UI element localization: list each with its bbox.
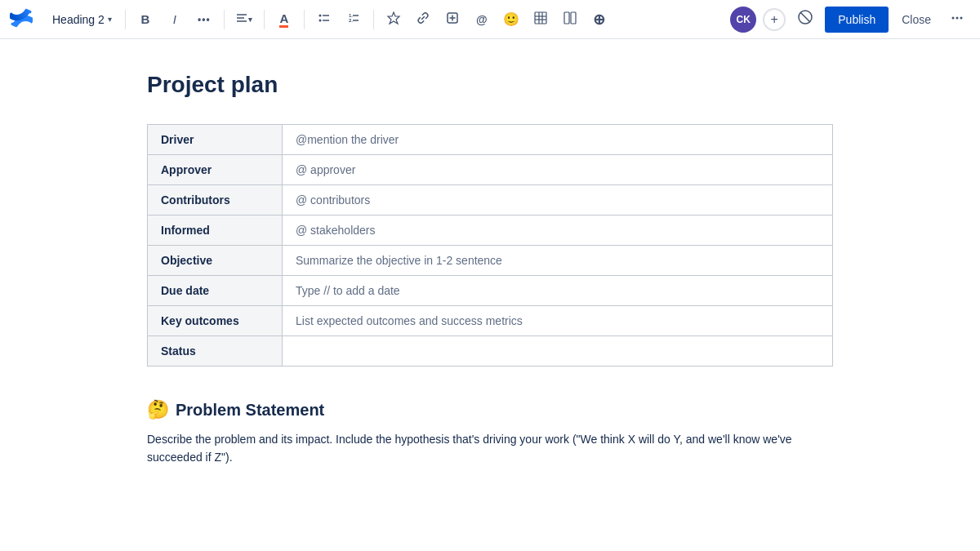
- add-media-button[interactable]: [439, 7, 466, 33]
- problem-statement-section: 🤔 Problem Statement Describe the problem…: [147, 399, 833, 467]
- svg-rect-19: [571, 12, 576, 24]
- table-row: Informed @ stakeholders: [148, 216, 833, 246]
- link-button[interactable]: [410, 7, 436, 33]
- table-label-cell: Informed: [148, 216, 283, 246]
- table-label-cell: Due date: [148, 276, 283, 306]
- table-label-cell: Status: [148, 336, 283, 367]
- svg-rect-13: [535, 12, 546, 24]
- more-formatting-icon: •••: [198, 14, 211, 25]
- avatar[interactable]: CK: [730, 7, 756, 33]
- table-label-cell: Approver: [148, 155, 283, 185]
- link-icon: [416, 11, 430, 27]
- align-button[interactable]: ▾: [231, 7, 257, 33]
- table-value-cell[interactable]: Summarize the objective in 1-2 sentence: [283, 246, 833, 276]
- table-button[interactable]: [528, 7, 554, 33]
- action-button[interactable]: [381, 7, 407, 33]
- svg-line-21: [800, 12, 810, 22]
- confluence-logo: [10, 7, 36, 32]
- divider-2: [224, 10, 225, 29]
- align-chevron-icon: ▾: [248, 16, 252, 24]
- divider-3: [264, 10, 265, 29]
- layouts-button[interactable]: [557, 7, 583, 33]
- problem-statement-title[interactable]: Problem Statement: [176, 401, 324, 420]
- italic-button[interactable]: I: [162, 7, 188, 33]
- bullet-list-icon: [318, 11, 331, 27]
- emoji-icon: 🙂: [503, 11, 519, 27]
- project-info-table: Driver @mention the driver Approver @ ap…: [147, 124, 833, 367]
- page-title[interactable]: Project plan: [147, 72, 833, 98]
- mention-button[interactable]: @: [469, 7, 495, 33]
- divider-5: [373, 10, 374, 29]
- invite-icon: +: [771, 12, 778, 27]
- divider-4: [304, 10, 305, 29]
- more-plus-button[interactable]: ⊕: [586, 7, 612, 33]
- table-icon: [534, 11, 547, 27]
- svg-point-23: [956, 17, 959, 20]
- heading-selector-label: Heading 2: [52, 13, 105, 26]
- table-value-cell[interactable]: List expected outcomes and success metri…: [283, 306, 833, 336]
- table-row: Key outcomes List expected outcomes and …: [148, 306, 833, 336]
- text-color-button[interactable]: A: [271, 7, 297, 33]
- content-area: Project plan Driver @mention the driver …: [98, 39, 882, 500]
- no-restrictions-icon: [797, 9, 813, 29]
- bold-icon: B: [140, 12, 149, 26]
- table-row: Status: [148, 336, 833, 367]
- svg-marker-11: [388, 12, 399, 24]
- table-label-cell: Objective: [148, 246, 283, 276]
- more-options-button[interactable]: [944, 7, 970, 33]
- align-icon: [235, 11, 248, 27]
- divider-1: [125, 10, 126, 29]
- table-row: Approver @ approver: [148, 155, 833, 185]
- heading-selector[interactable]: Heading 2 ▾: [46, 10, 118, 29]
- table-row: Due date Type // to add a date: [148, 276, 833, 306]
- numbered-list-button[interactable]: 1. 2.: [341, 7, 367, 33]
- table-value-cell[interactable]: [283, 336, 833, 367]
- action-icon: [386, 11, 401, 28]
- publish-button[interactable]: Publish: [825, 7, 889, 33]
- table-row: Objective Summarize the objective in 1-2…: [148, 246, 833, 276]
- mention-icon: @: [476, 13, 488, 26]
- svg-text:2.: 2.: [349, 18, 353, 23]
- text-color-icon: A: [279, 11, 288, 28]
- numbered-list-icon: 1. 2.: [347, 11, 360, 27]
- italic-icon: I: [173, 12, 176, 26]
- chevron-down-icon: ▾: [108, 15, 112, 24]
- table-label-cell: Contributors: [148, 185, 283, 216]
- table-row: Driver @mention the driver: [148, 125, 833, 155]
- problem-statement-body[interactable]: Describe the problem and its impact. Inc…: [147, 430, 833, 467]
- table-value-cell[interactable]: @ approver: [283, 155, 833, 185]
- add-media-icon: [446, 11, 459, 27]
- svg-point-22: [952, 17, 955, 20]
- emoji-button[interactable]: 🙂: [498, 7, 524, 33]
- invite-button[interactable]: +: [763, 8, 786, 31]
- close-button[interactable]: Close: [892, 7, 941, 33]
- problem-statement-heading: 🤔 Problem Statement: [147, 399, 833, 420]
- bold-button[interactable]: B: [132, 7, 158, 33]
- more-options-icon: [951, 11, 964, 27]
- table-value-cell[interactable]: @ stakeholders: [283, 216, 833, 246]
- bullet-list-button[interactable]: [311, 7, 337, 33]
- problem-statement-emoji: 🤔: [147, 399, 169, 420]
- toolbar: Heading 2 ▾ B I ••• ▾ A: [0, 0, 980, 39]
- layouts-icon: [564, 11, 577, 27]
- no-restrictions-button[interactable]: [792, 7, 818, 33]
- svg-rect-18: [564, 12, 569, 24]
- table-value-cell[interactable]: @ contributors: [283, 185, 833, 216]
- table-value-cell[interactable]: Type // to add a date: [283, 276, 833, 306]
- table-row: Contributors @ contributors: [148, 185, 833, 216]
- svg-point-24: [960, 17, 963, 20]
- more-plus-icon: ⊕: [593, 11, 605, 29]
- table-label-cell: Driver: [148, 125, 283, 155]
- svg-point-3: [318, 15, 321, 17]
- table-value-cell[interactable]: @mention the driver: [283, 125, 833, 155]
- more-formatting-button[interactable]: •••: [191, 7, 217, 33]
- table-label-cell: Key outcomes: [148, 306, 283, 336]
- svg-point-5: [318, 20, 321, 22]
